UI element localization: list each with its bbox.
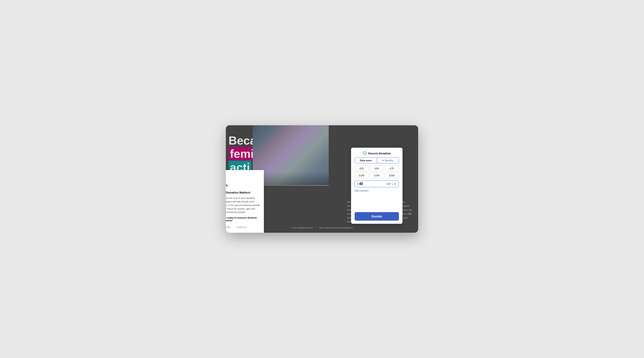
frequency-tabs: Give once ♥ Monthly [355,158,399,163]
custom-amount-row: £ GBP ∨ USD EUR [355,181,399,187]
page-container: Because femi acti worl Thi Cash sex peop… [226,125,418,233]
amount-75[interactable]: £75 [385,166,399,171]
amount-input[interactable] [359,182,384,186]
info-links: Privacy policy · Contact us [226,224,260,230]
currency-symbol-label: £ [357,182,358,185]
contact-us-link[interactable]: Contact us [236,226,246,230]
amount-150[interactable]: £150 [370,173,384,178]
amount-50[interactable]: £50 [370,166,384,171]
give-once-tab[interactable]: Give once [355,158,377,163]
shield-icon [363,151,367,155]
faq-separator: - [315,226,316,230]
heart-icon: ♥ [382,159,384,162]
amount-grid: £25 £50 £75 £100 £150 £250 [355,166,399,178]
info-heading: Your Donation Matters! [226,191,260,194]
info-body: Whatever the size of your donation, your… [226,196,260,214]
mama-cash-logo: ma ma cash [226,175,260,188]
currency-select[interactable]: GBP ∨ USD EUR [386,183,397,185]
faq-row: Is my donation secure? - Can I cancel my… [291,226,353,230]
info-cta: Donate today to resource feminist moveme… [226,216,260,222]
amount-25[interactable]: £25 [355,166,369,171]
info-panel: ma ma cash Your Donation Matters! Whatev… [226,170,264,233]
faq-recurring-link[interactable]: Can I cancel my recurring donation? [319,226,353,229]
donation-panel: Secure donation Give once ♥ Monthly £25 … [351,148,402,224]
donate-button[interactable]: Donate [355,212,399,221]
faq-security-link[interactable]: Is my donation secure? [291,226,313,229]
panel-title: Secure donation [368,152,391,155]
protest-photo [253,125,329,186]
amount-100[interactable]: £100 [355,173,369,178]
monthly-tab[interactable]: ♥ Monthly [377,158,399,163]
amount-250[interactable]: £250 [385,173,399,178]
privacy-policy-link[interactable]: Privacy policy [226,226,231,230]
add-comment-link[interactable]: Add comment [355,190,399,192]
browser-frame: Because femi acti worl Thi Cash sex peop… [226,125,418,233]
panel-header: Secure donation [355,151,399,155]
